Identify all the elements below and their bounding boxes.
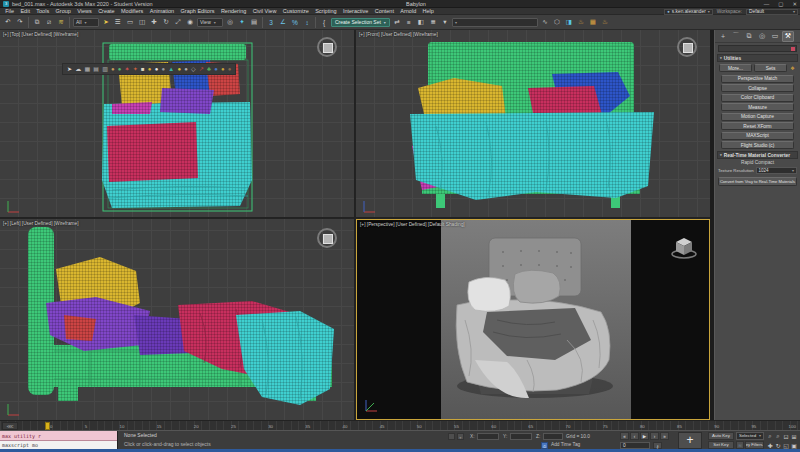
angle-snap-icon[interactable]: ∠ — [278, 17, 288, 28]
viewcube[interactable] — [316, 36, 340, 60]
z-field[interactable] — [543, 433, 563, 440]
separator[interactable] — [69, 17, 70, 28]
menu-item[interactable]: Animation — [147, 8, 178, 15]
timeline[interactable]: ⋘ 05101520253035404550556065707580859095… — [0, 420, 800, 430]
perspective-viewport-canvas[interactable] — [357, 220, 710, 419]
ribbon-toggle-icon[interactable]: ▾ — [440, 17, 450, 28]
display-tab[interactable]: ▭ — [769, 31, 781, 42]
select-and-link-icon[interactable]: ⧉ — [32, 17, 42, 28]
menu-item[interactable]: Content — [371, 8, 397, 15]
color-swatch[interactable] — [791, 47, 795, 51]
zoom-all-button[interactable]: ⌕ — [774, 432, 782, 441]
zoom-extents-all-button[interactable]: ⊞ — [790, 432, 798, 441]
schematic-view-icon[interactable]: ⬡ — [552, 17, 562, 28]
viewport-top[interactable]: [+] [Top] [User Defined] [Wireframe] ➤☁▦… — [0, 30, 355, 218]
motion-tab[interactable]: ◎ — [756, 31, 768, 42]
percent-snap-icon[interactable]: % — [290, 17, 300, 28]
viewport-left[interactable]: [+] [Left] [User Defined] [Wireframe] — [0, 219, 355, 420]
bind-to-spacewarp-icon[interactable]: ≋ — [56, 17, 66, 28]
scene-explorer-icon[interactable]: ◧ — [416, 17, 426, 28]
create-selection-set-dropdown[interactable]: Create Selection Set — [331, 18, 390, 27]
layer-explorer-icon[interactable]: ≣ — [428, 17, 438, 28]
menu-item[interactable]: Interactive — [340, 8, 372, 15]
top-viewport-canvas[interactable] — [0, 30, 355, 218]
time-tag-icon[interactable]: ⏱ — [541, 442, 548, 449]
mini-toolbar-icon[interactable]: ✦ — [133, 64, 138, 74]
sets-button[interactable]: Sets — [754, 64, 787, 72]
absolute-mode-toggle[interactable]: ⌖ — [457, 433, 464, 440]
separator[interactable] — [28, 17, 29, 28]
separator[interactable] — [262, 17, 263, 28]
menu-item[interactable]: Civil View — [249, 8, 279, 15]
previous-frame-button[interactable]: ‹ — [630, 432, 639, 440]
mini-toolbar-icon[interactable]: ● — [111, 64, 115, 74]
viewcube-3d[interactable] — [669, 232, 699, 262]
rtmc-rollout-header[interactable]: ▾ Real-Time Material Converter — [717, 151, 798, 159]
select-and-scale-icon[interactable]: ⤢ — [173, 17, 183, 28]
mini-toolbar-icon[interactable]: ● — [148, 64, 152, 74]
menu-item[interactable]: Customize — [280, 8, 312, 15]
menu-item[interactable]: Arnold — [397, 8, 419, 15]
snaps-toggle-icon[interactable]: 3 — [266, 17, 276, 28]
utilities-rollout-header[interactable]: ▾ Utilities — [717, 54, 798, 62]
reference-coordinate-dropdown[interactable]: View — [197, 18, 223, 27]
timeline-left-icon[interactable]: ⋘ — [2, 422, 18, 430]
utility-button[interactable]: Color Clipboard — [721, 94, 794, 102]
play-button[interactable]: ▶ — [640, 432, 649, 440]
utilities-tab[interactable]: ⚒ — [782, 31, 794, 42]
select-and-rotate-icon[interactable]: ↻ — [161, 17, 171, 28]
add-key-button[interactable]: + — [678, 432, 702, 449]
utility-button[interactable]: Perspective Match — [721, 75, 794, 83]
add-time-tag[interactable]: Add Time Tag — [551, 442, 580, 447]
viewport-perspective-label[interactable]: [+] [Perspective] [User Defined] [Defaul… — [360, 222, 465, 227]
separator[interactable] — [315, 17, 316, 28]
key-mode-toggle[interactable]: ⚷ — [653, 442, 662, 449]
select-and-place-icon[interactable]: ◉ — [185, 17, 195, 28]
utility-button[interactable]: Motion Capture — [721, 113, 794, 121]
user-account-button[interactable]: ● s.ken.alexander ▾ — [664, 9, 713, 15]
go-to-start-button[interactable]: « — [620, 432, 629, 440]
mini-toolbar-icon[interactable]: ▥ — [102, 64, 108, 74]
hierarchy-tab[interactable]: ⧉ — [743, 31, 755, 42]
mini-toolbar-icon[interactable]: ● — [228, 64, 232, 74]
undo-icon[interactable]: ↶ — [3, 17, 13, 28]
mini-toolbar-icon[interactable]: ▦ — [84, 64, 90, 74]
align-icon[interactable]: ≡ — [404, 17, 414, 28]
rendered-frame-icon[interactable]: ▦ — [588, 17, 598, 28]
redo-icon[interactable]: ↷ — [15, 17, 25, 28]
y-field[interactable] — [510, 433, 532, 440]
keyboard-override-icon[interactable]: ▤ — [249, 17, 259, 28]
mini-toolbar-icon[interactable]: ■ — [141, 64, 145, 74]
menu-item[interactable]: Help — [419, 8, 437, 15]
spinner-snap-icon[interactable]: ↕ — [302, 17, 312, 28]
mini-toolbar-icon[interactable]: ✶ — [125, 64, 130, 74]
menu-item[interactable]: Views — [74, 8, 95, 15]
zoom-extents-button[interactable]: ⊡ — [782, 432, 790, 441]
mini-toolbar-icon[interactable]: ▲ — [168, 64, 174, 74]
mini-toolbar-icon[interactable]: ● — [155, 64, 159, 74]
mini-toolbar-icon[interactable]: ↗ — [199, 64, 204, 74]
viewport-front-label[interactable]: [+] [Front] [User Defined] [Wireframe] — [359, 32, 438, 37]
mini-toolbar-icon[interactable]: ➤ — [67, 64, 72, 74]
panel-scroll-field[interactable] — [718, 45, 797, 52]
viewport-perspective[interactable]: [+] [Perspective] [User Defined] [Defaul… — [356, 219, 710, 420]
key-mode-select[interactable]: Selected ▾ — [736, 432, 764, 440]
maximize-icon[interactable]: ▢ — [778, 0, 783, 8]
mini-toolbar-icon[interactable]: ● — [161, 64, 165, 74]
more-button[interactable]: More... — [719, 64, 752, 72]
edit-selection-sets-icon[interactable]: { — [319, 17, 329, 28]
mini-toolbar-icon[interactable]: ☁ — [75, 64, 81, 74]
left-viewport-canvas[interactable] — [0, 219, 355, 420]
utility-sets-icon[interactable]: ❖ — [789, 65, 796, 71]
viewport-top-label[interactable]: [+] [Top] [User Defined] [Wireframe] — [3, 32, 78, 37]
create-tab[interactable]: + — [717, 31, 729, 42]
utility-button[interactable]: Measure — [721, 103, 794, 111]
mini-toolbar-icon[interactable]: ● — [118, 64, 122, 74]
select-object-icon[interactable]: ➤ — [101, 17, 111, 28]
workspace-select[interactable]: Default ▾ — [746, 9, 798, 15]
mini-toolbar-icon[interactable]: ● — [214, 64, 218, 74]
material-editor-icon[interactable]: ◨ — [564, 17, 574, 28]
set-key-button[interactable]: Set Key — [708, 441, 734, 449]
x-field[interactable] — [477, 433, 499, 440]
utility-button[interactable]: MAXScript — [721, 132, 794, 140]
